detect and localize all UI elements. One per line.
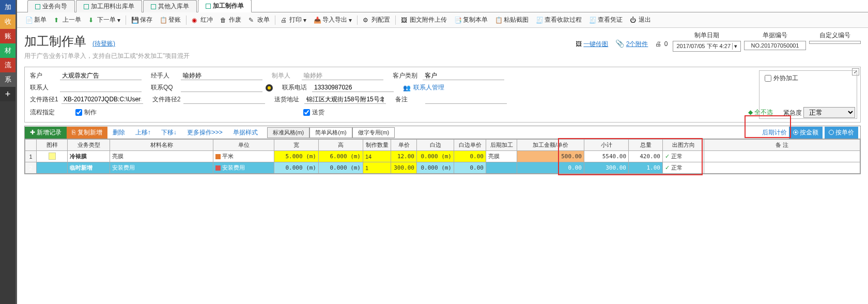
chevron-down-icon: ▾ [117,17,120,24]
remark-label: 备注 [395,95,422,104]
col-blank[interactable]: 白边 [417,140,454,151]
col-price[interactable]: 单价 [391,140,417,151]
moveup-button[interactable]: 上移↑ [130,127,156,139]
handler-input[interactable] [181,71,262,80]
col-w[interactable]: 宽 [274,140,319,151]
status-link[interactable]: (待登账) [92,39,115,48]
table-row[interactable]: 1 冷裱膜 亮膜 平米 5.000 (m) 6.000 (m) 14 12.00… [25,151,860,162]
outsource-panel: 外协加工 [759,70,857,119]
maker-label: 制单人 [272,71,299,80]
tab-active[interactable]: 加工制作单 [198,0,252,12]
col-remark[interactable]: 备 注 [704,140,860,151]
attach-link[interactable]: 📎 2个附件 [615,39,648,49]
billno-field: NO.201707050001 [744,41,806,50]
remark-input[interactable] [425,95,507,104]
col-subtotal[interactable]: 小计 [584,140,629,151]
new-button[interactable]: 📄新单 [22,14,50,25]
flow-ship-check[interactable]: 送货 [303,108,324,117]
modify-button[interactable]: ✎改单 [245,14,273,25]
printer-icon: 🖨 [655,40,662,48]
custtype-label: 客户类别 [393,71,420,80]
movedown-button[interactable]: 下移↓ [156,127,182,139]
more-ops-button[interactable]: 更多操作>>> [182,127,228,139]
qq-input[interactable] [181,83,262,92]
qq-icon[interactable] [266,84,273,92]
col-bprice[interactable]: 白边单价 [454,140,486,151]
viewvch-button[interactable]: 🧾查看凭证 [586,14,626,25]
next-button[interactable]: ⬇下一单▾ [85,14,123,25]
col-qty[interactable]: 制作数量 [363,140,391,151]
flow-make-check[interactable]: 制作 [75,108,97,117]
date-field[interactable]: 2017/07/05 下午 4:27▾ [673,41,741,52]
maker-input [302,71,383,80]
print-button[interactable]: 🖨打印▾ [277,14,309,25]
rail-item[interactable]: 流 [0,58,16,72]
col-biz[interactable]: 业务类型 [68,140,110,151]
thumb-cell[interactable] [37,162,68,174]
rail-item[interactable]: 系 [0,72,16,87]
radio-icon [793,130,798,135]
tab[interactable]: 其他入库单 [143,0,197,12]
prev-button[interactable]: ⬆上一单 [51,14,84,25]
col-h[interactable]: 高 [319,140,363,151]
tab[interactable]: 业务向导 [27,0,75,12]
unit-icon [215,154,221,159]
viewpay-button[interactable]: 🧾查看收款过程 [533,14,585,25]
contact-input[interactable] [60,83,142,92]
up-icon: ⬆ [54,17,61,24]
billstyle-label: 单据样式 [228,127,263,139]
col-dir[interactable]: 出图方向 [663,140,704,151]
addr-input[interactable] [304,95,386,104]
copy-row-button[interactable]: ⎘ 复制新增 [67,127,107,139]
custno-label: 自定义编号 [809,31,861,40]
col-mat[interactable]: 材料名称 [110,140,213,151]
col-pamt[interactable]: 加工金额/单价 [517,140,584,151]
left-nav-rail: 加 收 账 材 流 系 + [0,0,16,304]
style-tab[interactable]: 做字专用(m) [352,127,395,138]
colcfg-button[interactable]: ⚙列配置 [360,14,393,25]
rail-item[interactable]: 材 [0,43,16,58]
by-unit-button[interactable]: 按单价 [825,127,858,139]
col-unit[interactable]: 单位 [213,140,274,151]
rail-add[interactable]: + [0,87,16,101]
void-button[interactable]: 🗑作废 [217,14,244,25]
style-tab[interactable]: 简单风格(m) [309,127,352,138]
customer-input[interactable] [60,71,142,80]
plus-icon: ✚ [30,129,35,136]
col-thumb[interactable]: 图样 [37,140,68,151]
style-tab[interactable]: 标准风格(m) [267,127,310,138]
table-row-selected[interactable]: 2 临时新增 安装费用 安装费用 0.000 (m) 0.000 (m) 1 3… [25,162,860,174]
rail-item[interactable]: 账 [0,29,16,43]
path2-input[interactable] [183,95,265,104]
redink-icon: ◉ [192,17,199,24]
rail-item[interactable]: 收 [0,14,16,29]
pasteimg-button[interactable]: 📋粘贴截图 [492,14,532,25]
copybill-button[interactable]: 📑复制本单 [451,14,491,25]
custno-field[interactable] [809,41,861,44]
print-count[interactable]: 🖨 0 [655,40,668,48]
custtype-input[interactable] [423,71,504,80]
phone-input[interactable] [312,83,394,92]
rail-item[interactable]: 加 [0,0,16,14]
upload-link[interactable]: 🖼 一键传图 [576,40,608,49]
by-amount-button[interactable]: 按金额 [789,127,823,139]
col-total[interactable]: 总量 [629,140,663,151]
down-icon: ⬇ [88,17,96,24]
col-post[interactable]: 后期加工 [486,140,517,151]
add-row-button[interactable]: ✚ 新增记录 [25,127,67,139]
imex-button[interactable]: 📥导入导出▾ [311,14,355,25]
outsource-check[interactable]: 外协加工 [765,74,851,83]
date-label: 制单日期 [673,31,741,40]
redink-button[interactable]: ◉红冲 [189,14,216,25]
save-button[interactable]: 💾保存 [128,14,156,25]
customer-label: 客户 [30,71,57,80]
attach-button[interactable]: 🖼图文附件上传 [398,14,450,25]
tab[interactable]: 加工用料出库单 [76,0,142,12]
del-row-button[interactable]: 删除 [107,127,130,139]
exit-button[interactable]: ⏻退出 [627,14,654,25]
path1-input[interactable] [61,95,143,104]
post-button[interactable]: 📋登账 [157,14,184,25]
contact-mgr-link[interactable]: 联系人管理 [413,83,444,92]
data-grid: 图样 业务类型 材料名称 单位 宽 高 制作数量 单价 白边 白边单价 后期加工… [24,139,861,174]
thumb-cell[interactable] [37,151,68,162]
